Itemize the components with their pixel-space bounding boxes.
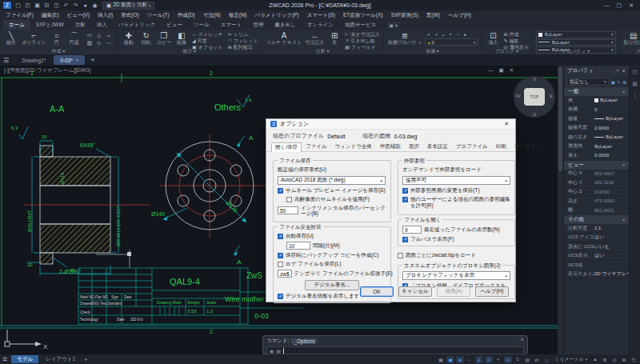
polygon-tool[interactable]: △ (94, 31, 104, 39)
edit-block-tool[interactable]: ✎編集 (503, 38, 528, 44)
stretch-tool[interactable]: ↔ストレッチ (192, 32, 223, 38)
autosave-checkbox[interactable]: 自動保存(U) (278, 233, 386, 239)
hatch-tool[interactable]: ▨ (85, 39, 94, 47)
command-bar[interactable]: コマンド: _Options ◉ ▤ ∧ (262, 335, 528, 354)
panel-label-annotate[interactable]: 注釈 ▾ (262, 48, 383, 54)
default-format-select[interactable]: AutoCAD 2018 図面 (*.dwg)▾ (278, 176, 386, 185)
property-row[interactable]: 線の太さ ByLayer (564, 133, 629, 142)
mirror-tool[interactable]: ◧鏡像 (174, 31, 190, 46)
ribbon-tab[interactable]: ホーム (3, 20, 30, 30)
ribbon-tab[interactable]: 地図サービス (339, 20, 382, 30)
panel-label-layer[interactable]: 画層 ▾ (384, 48, 482, 54)
section-general[interactable]: 一般▾ (564, 87, 629, 96)
workspace-gear-icon[interactable]: ⚙ (601, 356, 609, 363)
property-row[interactable]: 線種 ByLayer (564, 114, 629, 124)
dialog-tab[interactable]: 印刷 (492, 142, 510, 151)
copy-tool[interactable]: ❐コピー (156, 31, 172, 46)
mdi-restore-icon[interactable]: ▣ (498, 67, 503, 74)
digital-signature-button[interactable]: デジタル署名... (305, 280, 358, 290)
selection-dropdown[interactable]: 指定なし▾ (566, 78, 610, 86)
load-lsp-checkbox[interactable]: 図面ごとにzwcad.lspをロード (398, 252, 515, 258)
menu-item[interactable]: ツール(T) (143, 10, 174, 20)
cloud-icon[interactable]: ◉ (90, 2, 99, 10)
layer-match-icon[interactable]: ◔ (454, 31, 461, 38)
annotation-icon[interactable]: △ (542, 356, 550, 363)
transparency-icon[interactable]: ▨ (523, 356, 531, 363)
menu-item[interactable]: 窓(W) (422, 10, 444, 20)
dialog-tab[interactable]: 開く/保存 (271, 142, 302, 152)
dialog-tab[interactable]: プロファイル (452, 142, 492, 151)
close-icon[interactable]: ✕ (622, 68, 626, 74)
app-logo-icon[interactable]: Z (3, 2, 11, 9)
polar-icon[interactable]: ∠ (475, 356, 483, 363)
temp-extension-input[interactable]: zw$ (278, 270, 292, 278)
layer-dropdown[interactable]: ● 0 ▾ (425, 38, 478, 46)
toggle-pickadd-icon[interactable]: ⊕ (622, 79, 626, 85)
property-row[interactable]: 中心 X 500.4607 (564, 170, 629, 179)
ribbon-tab[interactable]: パラメトリック (113, 20, 162, 30)
open-file-icon[interactable]: ◰ (23, 2, 32, 10)
dialog-close-icon[interactable]: ✕ (502, 121, 511, 127)
proxy-select[interactable]: プロキシグラフィックを表示▾ (402, 271, 510, 280)
ribbon-tab[interactable]: 管理 (247, 20, 269, 30)
ribbon-tab[interactable]: 注釈 (70, 20, 91, 30)
menu-item[interactable]: ファイル(F) (2, 10, 38, 20)
undo-icon[interactable]: ↶ (62, 2, 70, 10)
panel-label-create[interactable]: 作成 ▾ (0, 48, 117, 54)
ribbon-tab[interactable]: SXFとJWW (30, 20, 70, 30)
log-file-checkbox[interactable]: ログ ファイルを保存(L) (278, 261, 386, 267)
status-menu-icon[interactable]: ☰ (630, 356, 638, 363)
circle-tool[interactable]: ○円 (49, 31, 65, 46)
layout-tab[interactable]: レイアウト1 (40, 355, 81, 363)
preview-icon[interactable]: ◫ (52, 2, 61, 10)
property-row[interactable]: 厚さ 0.0000 (564, 151, 629, 161)
menu-item[interactable]: 編集(E) (38, 10, 63, 20)
command-list-icon[interactable]: ▤ (276, 348, 281, 354)
menu-item[interactable]: ヘルプ(H) (444, 10, 475, 20)
menu-item[interactable]: 挿入(I) (94, 10, 117, 20)
property-row[interactable]: UCS名 (564, 261, 629, 270)
dialog-tab[interactable]: オンライン (510, 142, 545, 151)
dialog-tab[interactable]: 選択 (405, 142, 423, 151)
dyn-input-icon[interactable]: ⊡ (504, 356, 512, 363)
dimension-tool[interactable]: ↔寸法記入 (304, 31, 325, 46)
panel-tab-icon[interactable]: ▤ (632, 81, 637, 87)
property-row[interactable]: 幅 851.6631 (564, 206, 629, 216)
scrollbar-thumb[interactable] (558, 67, 562, 171)
dialog-tab[interactable]: ファイル (302, 142, 331, 151)
properties-header[interactable]: プロパティ ▪ ✕ (564, 66, 629, 76)
recent-files-input[interactable]: 9 (402, 226, 422, 234)
close-icon[interactable]: ✕ (629, 2, 634, 10)
allow-refedit-checkbox[interactable]: 他のユーザーによる現在の図面の参照編集を許可(R) (402, 196, 510, 209)
help-button[interactable]: ヘルプ(H) (475, 286, 509, 297)
more-create-icon[interactable]: ⋯ (104, 39, 114, 47)
panel-label-block[interactable]: ブロック ▾ (482, 48, 531, 54)
xref-demand-select[interactable]: 使用不可▾ (402, 176, 510, 185)
canvas-scrollbar[interactable] (558, 66, 563, 354)
trim-tool[interactable]: ✂トリム (228, 32, 258, 38)
menu-item[interactable]: 形式(O) (117, 10, 142, 20)
autosave-interval-input[interactable]: 10 (286, 242, 310, 250)
maximize-icon[interactable]: ▢ (617, 2, 622, 10)
clean-screen-icon[interactable]: ⊠ (620, 356, 628, 363)
compass-east[interactable]: E (550, 94, 553, 98)
view-cube[interactable]: N S W E TOP (514, 76, 555, 118)
retain-xref-layers-checkbox[interactable]: 外部参照画層の変更を保持(T) (402, 187, 510, 194)
arc-tool[interactable]: ⌒円弧 (66, 31, 82, 46)
fillet-tool[interactable]: ◠フィレット (228, 38, 258, 44)
ribbon-tab[interactable]: オンライン (302, 20, 339, 30)
ortho-icon[interactable]: ∟ (466, 356, 474, 363)
ribbon-tab[interactable]: ビュー (161, 20, 188, 30)
pin-icon[interactable]: ▪ (617, 68, 618, 74)
cycle-select-icon[interactable]: ⇄ (533, 356, 541, 363)
dialog-tab[interactable]: 基本設定 (423, 142, 452, 151)
print-icon[interactable]: ⊟ (42, 2, 51, 10)
ribbon-tab[interactable]: 挿入 (91, 20, 113, 30)
view-cube-top-face[interactable]: TOP (524, 88, 545, 106)
compass-south[interactable]: S (533, 112, 536, 117)
create-block-tool[interactable]: ⊞作成 (503, 32, 528, 38)
layer-freeze-icon[interactable]: ◑ (432, 31, 439, 38)
add-layout-button[interactable]: + (81, 357, 90, 362)
more-dots-icon[interactable]: ⋮ (632, 93, 638, 99)
ribbon-style-picker[interactable]: ▣▾ (386, 22, 400, 29)
